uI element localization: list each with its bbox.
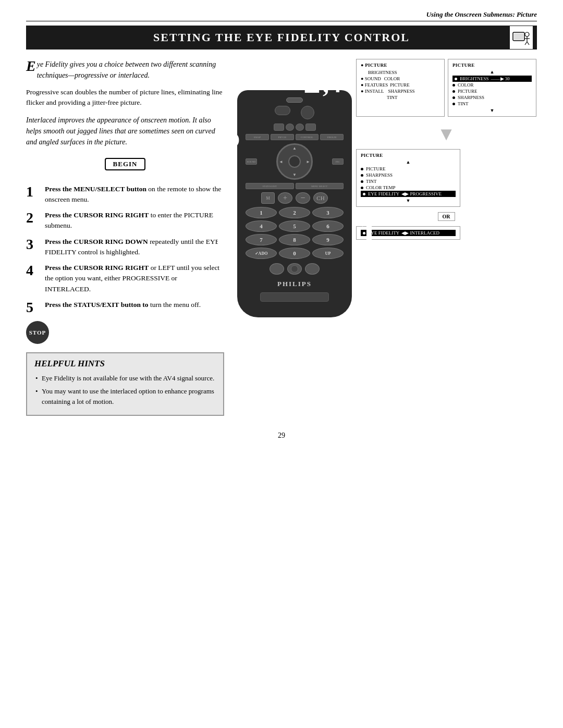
page-number-text: 29 xyxy=(278,431,285,439)
mute-btn[interactable]: M xyxy=(261,192,275,204)
header-text: Using the Onscreen Submenus: Picture xyxy=(426,10,537,18)
step-2: 2 Press the CURSOR RING RIGHT to enter t… xyxy=(26,210,224,231)
step-5-bold2: to xyxy=(142,301,148,309)
svg-rect-1 xyxy=(514,33,523,40)
menu-select-btn[interactable]: MENU SELECT xyxy=(296,183,344,189)
vol-mute-row: M + − CH xyxy=(246,192,344,204)
eye-fidelity-submenu-box: PICTURE ▲ PICTURE SHARPNESS TINT COLOR T… xyxy=(356,149,460,207)
step-4-bold: Press the CURSOR RING RIGHT xyxy=(45,264,149,272)
begin-badge: BEGIN xyxy=(105,158,146,170)
fwd-btn[interactable] xyxy=(305,124,316,131)
step-5-text: turn the menu off. xyxy=(150,301,201,309)
num-2-btn[interactable]: 2 xyxy=(279,207,310,218)
stop-label: STOP xyxy=(29,329,46,336)
intro-para3: Interlaced improves the appearance of on… xyxy=(26,115,224,147)
pos-btn-2[interactable] xyxy=(287,263,302,275)
tv-person-icon xyxy=(512,28,531,47)
or-separator-wrapper: OR xyxy=(356,210,536,223)
philips-label: PHILIPS xyxy=(277,280,312,288)
eyefid-eyefidelity-prog: EYE FIDELITY ◀▶ PROGRESSIVE xyxy=(361,191,456,197)
num-0-btn[interactable]: 0 xyxy=(279,248,310,259)
step-3: 3 Press the CURSOR RING DOWN repeatedly … xyxy=(26,237,224,258)
num-1-btn[interactable]: 1 xyxy=(246,207,277,218)
num-7-btn[interactable]: 7 xyxy=(246,234,277,245)
step-4-num: 4 xyxy=(26,263,41,279)
submenu1-title: PICTURE xyxy=(452,63,532,68)
nav-up-arrow: ▲ xyxy=(292,146,297,151)
num-up-btn[interactable]: UP xyxy=(312,248,344,259)
stop-circle: STOP xyxy=(26,321,49,344)
drop-cap: E xyxy=(26,59,36,73)
power-btn[interactable] xyxy=(301,106,314,119)
pause-btn[interactable] xyxy=(275,106,290,115)
pos-btn-3[interactable] xyxy=(305,263,320,275)
sound-btn[interactable]: SOUND xyxy=(246,158,257,165)
step-5-bold: Press the STATUS/EXIT button xyxy=(45,301,141,309)
freeze-btn[interactable]: FREEZE xyxy=(320,134,344,140)
philips-logo: PHILIPS xyxy=(246,280,344,288)
nav-left-arrow: ◄ xyxy=(279,159,283,164)
eyefid-colortemp: COLOR TEMP xyxy=(361,184,456,191)
numpad: 1 2 3 4 5 6 7 8 9 ✓ADO 0 UP xyxy=(246,207,344,259)
eyefid-title: PICTURE xyxy=(361,153,456,158)
intro-text1: ye Fidelity gives you a choice between t… xyxy=(37,60,216,79)
eyefid-picture: PICTURE xyxy=(361,166,456,172)
num-8-btn[interactable]: 8 xyxy=(279,234,310,245)
num-9-btn[interactable]: 9 xyxy=(312,234,344,245)
remote-power-row xyxy=(246,106,344,119)
num-3-btn[interactable]: 3 xyxy=(312,207,344,218)
title-banner: Setting the Eye Fidelity Control xyxy=(26,26,537,50)
big-step-3: 3 xyxy=(216,212,235,255)
submenu1-up: ▲ xyxy=(452,69,532,75)
play-btn[interactable] xyxy=(286,124,294,131)
menu-brightness: BRIGHTNESS xyxy=(361,69,440,76)
submenu1-sharpness: SHARPNESS xyxy=(452,94,532,101)
step-4: 4 Press the CURSOR RING RIGHT or LEFT un… xyxy=(26,263,224,294)
main-menu-title: ● PICTURE xyxy=(361,63,440,68)
eyefid-up: ▲ xyxy=(361,159,456,165)
step-5-content: Press the STATUS/EXIT button to turn the… xyxy=(45,300,201,310)
step-3-bold: Press the CURSOR RING DOWN xyxy=(45,238,148,245)
step-4-content: Press the CURSOR RING RIGHT or LEFT unti… xyxy=(45,263,224,294)
menu-tint: TINT xyxy=(361,94,440,101)
transport-row xyxy=(246,124,344,131)
hints-box: Helpful Hints Eye Fidelity is not availa… xyxy=(26,352,224,416)
cursor-ring-row: SOUND ▲ ▼ ◄ ► PIC xyxy=(246,143,344,180)
big-step-1: 1 xyxy=(359,212,378,255)
page-title: Setting the Eye Fidelity Control xyxy=(153,31,410,44)
remote-top-panel xyxy=(286,97,303,103)
step-1: 1 Press the MENU/SELECT button on the re… xyxy=(26,184,224,205)
pic-btn[interactable]: PIC xyxy=(332,158,344,165)
status-btn[interactable]: STATUS EXIT xyxy=(246,183,294,189)
menu-sound: ● SOUNDCOLOR xyxy=(361,76,440,82)
status-menu-row: STATUS EXIT MENU SELECT xyxy=(246,183,344,189)
cursor-ring[interactable]: ▲ ▼ ◄ ► xyxy=(276,143,313,180)
submenu1-tint: TINT xyxy=(452,101,532,107)
vol-plus-btn[interactable]: + xyxy=(278,192,292,204)
stop-btn[interactable] xyxy=(296,124,304,131)
hints-title: Helpful Hints xyxy=(34,359,216,369)
hint-item-1: Eye Fidelity is not available for use wi… xyxy=(34,373,216,384)
num-5-btn[interactable]: 5 xyxy=(279,220,310,232)
remote-bottom-rect xyxy=(260,292,329,302)
page-container: Using the Onscreen Submenus: Picture Set… xyxy=(0,0,563,471)
pos-btn-1[interactable] xyxy=(270,263,284,275)
title-icon-box xyxy=(510,26,533,49)
or-separator: OR xyxy=(438,212,455,221)
step-2-content: Press the CURSOR RING RIGHT to enter the… xyxy=(45,210,224,231)
swap-btn[interactable]: SWAP xyxy=(246,134,269,140)
big-step-5: 5 xyxy=(222,114,240,157)
intro-text3: Interlaced improves the appearance of on… xyxy=(26,116,215,146)
num-6-btn[interactable]: 6 xyxy=(312,220,344,232)
stop-badge: STOP xyxy=(26,321,224,344)
control-btn[interactable]: CONTROL xyxy=(296,134,319,140)
vol-minus-btn[interactable]: − xyxy=(296,192,310,204)
pip-ch-btn[interactable]: PIP CH xyxy=(271,134,294,140)
menu-features: ● FEATURESPICTURE xyxy=(361,82,440,88)
svg-point-2 xyxy=(525,32,529,36)
remote-wrapper: 5 2 ,4 3 1 xyxy=(237,90,352,317)
num-tick-btn[interactable]: ✓ADO xyxy=(246,248,277,259)
rew-btn[interactable] xyxy=(274,124,284,131)
ch-btn[interactable]: CH xyxy=(313,192,328,204)
num-4-btn[interactable]: 4 xyxy=(246,220,277,232)
